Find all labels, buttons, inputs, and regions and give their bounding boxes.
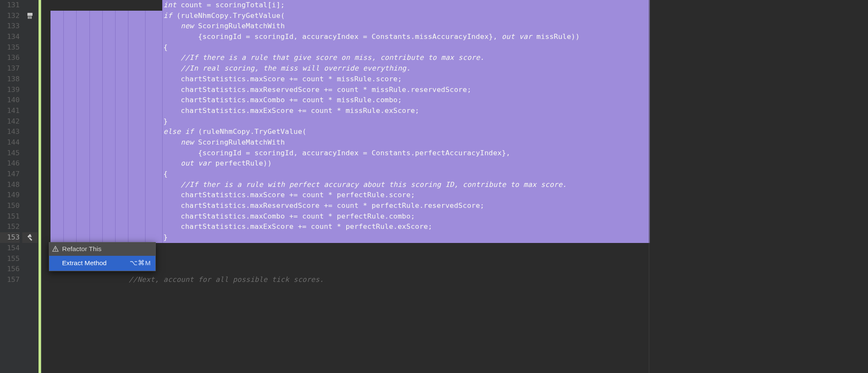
gutter-icon-cell (22, 116, 38, 127)
gutter-line-number: 131 (0, 0, 20, 11)
right-margin-guide (649, 0, 649, 373)
gutter-line-number: 156 (0, 264, 20, 275)
gutter-line-number: 157 (0, 275, 20, 285)
code-line[interactable]: { (42, 169, 868, 180)
gutter-line-number: 149 (0, 190, 20, 201)
popup-item-extract-method[interactable]: Extract Method ⌥⌘M (49, 256, 155, 271)
svg-rect-0 (27, 13, 33, 16)
popup-item-shortcut: ⌥⌘M (130, 258, 151, 269)
code-line[interactable]: {scoringId = scoringId, accuracyIndex = … (42, 32, 868, 42)
gutter-icon-cell (22, 211, 38, 222)
gutter-icon-cell (22, 32, 38, 42)
code-line[interactable] (42, 264, 868, 275)
gutter-line-number: 132 (0, 11, 20, 21)
gutter-line-number: 134 (0, 32, 20, 42)
gutter-icon-cell (22, 137, 38, 148)
popup-item-label: Extract Method (62, 258, 107, 269)
code-line[interactable]: chartStatistics.maxCombo += count * miss… (42, 95, 868, 106)
code-line[interactable]: chartStatistics.maxReservedScore += coun… (42, 85, 868, 95)
gutter-icon-cell (22, 74, 38, 85)
gutter-line-number: 151 (0, 211, 20, 222)
code-line[interactable] (42, 254, 868, 264)
gutter-line-number: 155 (0, 254, 20, 264)
gutter-icon-cell (22, 201, 38, 211)
code-line[interactable]: out var perfectRule)) (42, 158, 868, 169)
code-line[interactable]: { (42, 42, 868, 53)
gutter-line-number: 133 (0, 21, 20, 32)
gutter-line-number: 140 (0, 95, 20, 106)
format-brush-icon[interactable] (26, 12, 34, 20)
code-line[interactable]: } (42, 232, 868, 243)
gutter-line-number: 143 (0, 127, 20, 137)
code-line[interactable]: new ScoringRuleMatchWith (42, 137, 868, 148)
code-line[interactable]: chartStatistics.maxCombo += count * perf… (42, 211, 868, 222)
code-line[interactable]: //If there is a rule that give score on … (42, 53, 868, 63)
popup-title-text: Refactor This (62, 245, 101, 252)
gutter-line-number: 136 (0, 53, 20, 63)
gutter-icon-cell (22, 169, 38, 180)
code-line[interactable]: //In real scoring, the miss will overrid… (42, 63, 868, 74)
gutter-icon-cell (22, 53, 38, 63)
gutter-line-number: 145 (0, 148, 20, 159)
code-line[interactable]: } (42, 116, 868, 127)
build-hammer-icon[interactable] (26, 234, 34, 241)
gutter-icon-cell (22, 127, 38, 137)
gutter-line-number: 148 (0, 180, 20, 190)
gutter-icon-cell (22, 11, 38, 21)
code-line[interactable]: if (ruleNhmCopy.TryGetValue( (42, 11, 868, 21)
svg-rect-6 (55, 248, 56, 250)
gutter-icon-cell (22, 85, 38, 95)
code-line[interactable]: chartStatistics.maxExScore += count * pe… (42, 222, 868, 232)
popup-title: Refactor This (49, 243, 155, 256)
gutter-icon-cell (22, 264, 38, 275)
gutter-line-number: 138 (0, 74, 20, 85)
code-line[interactable]: //If ther is a rule with perfect accurac… (42, 180, 868, 190)
code-line[interactable]: {scoringId = scoringId, accuracyIndex = … (42, 148, 868, 159)
gutter-line-number: 144 (0, 137, 20, 148)
code-line[interactable]: chartStatistics.maxReservedScore += coun… (42, 201, 868, 211)
gutter-icon-cell (22, 158, 38, 169)
gutter-icon-cell (22, 95, 38, 106)
svg-rect-2 (29, 16, 30, 19)
gutter-icon-cell (22, 243, 38, 254)
gutter-icon-column (22, 0, 38, 373)
code-line[interactable]: new ScoringRuleMatchWith (42, 21, 868, 32)
svg-rect-5 (29, 238, 33, 241)
gutter-icon-cell (22, 0, 38, 11)
gutter-line-number: 152 (0, 222, 20, 232)
code-line[interactable]: int count = scoringTotal[i]; (42, 0, 868, 11)
gutter-icon-cell (22, 190, 38, 201)
gutter-line-number: 153 (0, 232, 20, 243)
gutter-line-number: 137 (0, 63, 20, 74)
code-line[interactable]: chartStatistics.maxExScore += count * mi… (42, 106, 868, 116)
gutter-line-number: 146 (0, 158, 20, 169)
warning-icon (52, 246, 59, 252)
svg-rect-1 (28, 16, 29, 19)
line-gutter: 1311321331341351361371381391401411421431… (0, 0, 22, 373)
refactor-popup: Refactor This Extract Method ⌥⌘M (49, 242, 156, 271)
gutter-line-number: 150 (0, 201, 20, 211)
code-area[interactable]: int count = scoringTotal[i]; if (ruleNhm… (42, 0, 868, 373)
svg-rect-4 (31, 16, 32, 19)
code-line[interactable]: //Next, account for all possible tick sc… (42, 275, 868, 285)
gutter-icon-cell (22, 232, 38, 243)
gutter-line-number: 147 (0, 169, 20, 180)
gutter-icon-cell (22, 63, 38, 74)
svg-rect-3 (30, 16, 31, 19)
code-line[interactable]: chartStatistics.maxScore += count * miss… (42, 74, 868, 85)
gutter-icon-cell (22, 275, 38, 285)
gutter-icon-cell (22, 106, 38, 116)
gutter-icon-cell (22, 21, 38, 32)
gutter-line-number: 142 (0, 116, 20, 127)
code-line[interactable]: chartStatistics.maxScore += count * perf… (42, 190, 868, 201)
gutter-icon-cell (22, 42, 38, 53)
code-line[interactable]: } (42, 243, 868, 254)
svg-rect-7 (55, 250, 56, 251)
gutter-icon-cell (22, 254, 38, 264)
gutter-icon-cell (22, 148, 38, 159)
gutter-line-number: 154 (0, 243, 20, 254)
gutter-line-number: 135 (0, 42, 20, 53)
code-line[interactable]: else if (ruleNhmCopy.TryGetValue( (42, 127, 868, 137)
gutter-line-number: 139 (0, 85, 20, 95)
gutter-icon-cell (22, 180, 38, 190)
